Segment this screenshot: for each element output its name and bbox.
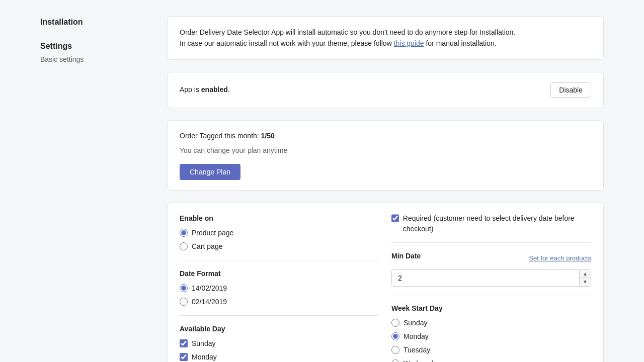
main-content: Order Delivery Date Selector App will in…	[167, 16, 604, 362]
available-day-label: Available Day	[180, 324, 379, 334]
required-label: Required (customer need to select delive…	[403, 213, 591, 234]
divider-4	[391, 295, 591, 295]
disable-button[interactable]: Disable	[550, 82, 591, 98]
installation-text-part2: In case our automatic install not work w…	[180, 39, 394, 47]
installation-text: Order Delivery Date Selector App will in…	[180, 27, 591, 49]
min-date-input-wrapper: ▲ ▼	[391, 269, 591, 287]
installation-card: Order Delivery Date Selector App will in…	[167, 16, 604, 60]
app-status-text: App is enabled.	[180, 84, 230, 95]
order-tagged-prefix: Order Tagged this month:	[180, 132, 261, 140]
min-date-header: Min Date Set for each products	[391, 251, 591, 265]
sidebar: Installation Settings Basic settings	[40, 16, 151, 362]
enable-on-label: Enable on	[180, 213, 379, 224]
sidebar-basic-settings-link[interactable]: Basic settings	[40, 54, 151, 65]
app-status-prefix: App is	[180, 85, 201, 94]
date-format-1-item[interactable]: 14/02/2019	[180, 283, 379, 294]
week-monday-label: Monday	[404, 331, 429, 342]
spinner-down-button[interactable]: ▼	[580, 278, 591, 286]
plan-card: Order Tagged this month: 1/50 You can ch…	[167, 120, 604, 191]
available-sunday-item[interactable]: Sunday	[180, 338, 379, 349]
divider-2	[180, 315, 379, 316]
week-monday-item[interactable]: Monday	[391, 331, 591, 342]
available-sunday-checkbox[interactable]	[180, 339, 188, 347]
order-tagged: Order Tagged this month: 1/50	[180, 131, 591, 141]
week-wednesday-radio[interactable]	[391, 359, 399, 362]
settings-options-card: Enable on Product page Cart page D	[167, 203, 604, 362]
available-day-group: Sunday Monday Tuesday Wednesday	[180, 338, 379, 362]
available-monday-item[interactable]: Monday	[180, 352, 379, 362]
week-start-radio-group: Sunday Monday Tuesday Wednesday	[391, 318, 591, 362]
week-tuesday-item[interactable]: Tuesday	[391, 345, 591, 355]
date-format-radio-group: 14/02/2019 02/14/2019	[180, 283, 379, 307]
week-sunday-label: Sunday	[404, 318, 427, 328]
week-tuesday-radio[interactable]	[391, 346, 399, 354]
installation-text-part1: Order Delivery Date Selector App will in…	[180, 28, 515, 36]
spinner-buttons: ▲ ▼	[579, 270, 591, 286]
app-status-suffix: .	[228, 85, 230, 94]
product-page-label: Product page	[192, 228, 233, 238]
enable-on-radio-group: Product page Cart page	[180, 228, 379, 252]
available-monday-label: Monday	[192, 352, 217, 362]
enabled-row: App is enabled. Disable	[180, 82, 591, 98]
week-wednesday-item[interactable]: Wednesday	[391, 358, 591, 362]
app-status-bold: enabled	[201, 85, 228, 94]
cart-page-label: Cart page	[192, 241, 222, 252]
divider-3	[391, 242, 591, 243]
cart-page-radio[interactable]	[180, 242, 188, 250]
available-sunday-label: Sunday	[192, 338, 215, 349]
min-date-label: Min Date	[391, 251, 421, 261]
week-monday-radio[interactable]	[391, 332, 399, 340]
cart-page-radio-item[interactable]: Cart page	[180, 241, 379, 252]
spinner-up-button[interactable]: ▲	[580, 270, 591, 279]
date-format-1-label: 14/02/2019	[192, 283, 227, 294]
set-for-each-link[interactable]: Set for each products	[529, 253, 591, 263]
date-format-1-radio[interactable]	[180, 284, 188, 292]
week-wednesday-label: Wednesday	[404, 358, 441, 362]
settings-grid: Enable on Product page Cart page D	[180, 213, 591, 362]
available-monday-checkbox[interactable]	[180, 353, 188, 361]
app-status-card: App is enabled. Disable	[167, 72, 604, 108]
divider-1	[180, 260, 379, 260]
required-row[interactable]: Required (customer need to select delive…	[391, 213, 591, 234]
week-tuesday-label: Tuesday	[404, 345, 430, 355]
product-page-radio-item[interactable]: Product page	[180, 228, 379, 238]
date-format-label: Date Format	[180, 268, 379, 279]
week-sunday-item[interactable]: Sunday	[391, 318, 591, 328]
sidebar-settings-section: Settings Basic settings	[40, 40, 151, 65]
change-plan-hint: You can change your plan anytime	[180, 145, 591, 156]
sidebar-installation-label: Installation	[40, 16, 151, 28]
sidebar-settings-label: Settings	[40, 40, 151, 52]
date-format-2-label: 02/14/2019	[192, 297, 227, 307]
order-tagged-value: 1/50	[261, 132, 275, 140]
sidebar-installation-section: Installation	[40, 16, 151, 28]
date-format-2-radio[interactable]	[180, 298, 188, 306]
min-date-input[interactable]	[392, 270, 579, 286]
week-start-label: Week Start Day	[391, 303, 591, 314]
settings-left: Enable on Product page Cart page D	[180, 213, 379, 362]
product-page-radio[interactable]	[180, 229, 188, 237]
week-sunday-radio[interactable]	[391, 319, 399, 327]
settings-right: Required (customer need to select delive…	[391, 213, 591, 362]
date-format-2-item[interactable]: 02/14/2019	[180, 297, 379, 307]
this-guide-link[interactable]: this guide	[394, 39, 424, 47]
change-plan-button[interactable]: Change Plan	[180, 164, 240, 180]
installation-text-part3: for manual installation.	[424, 39, 497, 47]
required-checkbox[interactable]	[391, 214, 399, 222]
